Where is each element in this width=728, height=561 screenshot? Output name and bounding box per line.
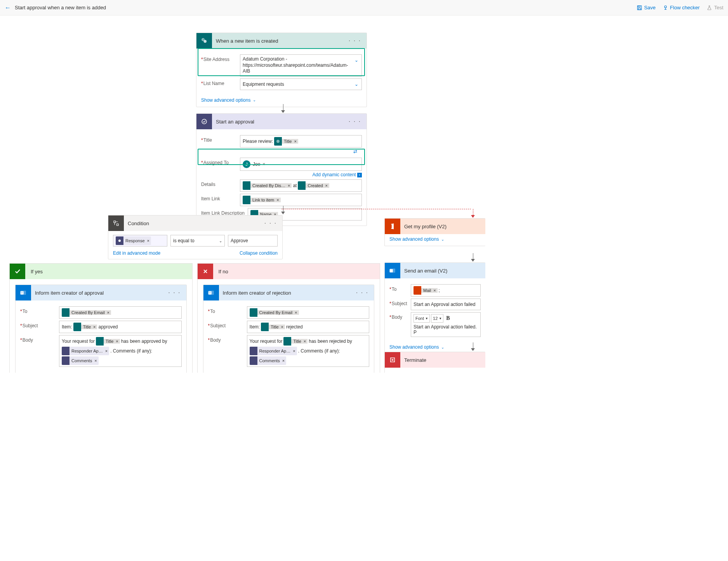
approval-title: Start an approval [216,119,347,125]
flow-checker-icon [663,5,668,10]
svg-point-8 [276,140,280,143]
assigned-to-label: *Assigned To [201,158,240,165]
token-response[interactable]: Response× [116,236,151,245]
test-button[interactable]: Test [707,5,723,10]
token-created-by-email[interactable]: Created By Email× [250,308,299,317]
get-profile-header[interactable]: Get my profile (V2) [385,219,485,234]
send-email-header[interactable]: Send an email (V2) [385,263,485,278]
assigned-to-field[interactable]: JJoe× [240,158,362,171]
font-size-dropdown[interactable]: 12▼ [431,314,443,323]
details-field[interactable]: Created By Dis…× at Created× [240,179,362,192]
fail-connector-arrow [471,209,475,218]
email-body-field[interactable]: Font▼ 12▼ B Start an Approval action fai… [411,312,481,337]
token-title[interactable]: Title× [274,137,298,146]
svg-text:O: O [209,292,211,294]
trigger-menu[interactable]: · · · [347,37,363,44]
condition-left-operand[interactable]: Response× [113,235,167,247]
edit-advanced-mode-link[interactable]: Edit in advanced mode [113,250,160,256]
title-prefix-text: Please review: [243,139,273,144]
terminate-header[interactable]: Terminate [385,352,485,368]
token-link-to-item[interactable]: Link to item× [243,196,281,204]
add-dynamic-content-link[interactable]: Add dynamic content + [313,172,362,177]
condition-card: Condition · · · Response× is equal to⌄ A… [108,215,283,259]
token-title[interactable]: Title× [283,337,308,346]
flow-checker-button[interactable]: Flow checker [663,5,700,10]
token-title[interactable]: Title× [96,337,120,346]
branch-yes: If yes O Inform item creator of approval… [9,263,193,373]
terminate-card: Terminate *Status Succeeded [384,352,485,373]
yes-subject-field[interactable]: Item: Title× approved [59,321,182,333]
condition-operator-dropdown[interactable]: is equal to⌄ [170,235,225,247]
yes-to-field[interactable]: Created By Email× [59,306,182,319]
trigger-header[interactable]: S When a new item is created · · · [196,33,367,49]
token-title[interactable]: Title× [73,323,97,331]
no-advanced-toggle[interactable]: Show advanced options⌄ [203,372,374,373]
condition-menu[interactable]: · · · [263,220,278,227]
save-button[interactable]: Save [637,5,656,10]
no-body-field[interactable]: Your request for Title× has been rejecte… [247,335,370,367]
inform-rejection-title: Inform item creator of rejection [223,290,354,296]
inform-rejection-header[interactable]: O Inform item creator of rejection · · · [203,285,374,300]
yes-advanced-toggle[interactable]: Show advanced options⌄ [16,372,186,373]
email-to-field[interactable]: Mail×; [411,284,481,297]
site-address-dropdown[interactable]: Adatum Corporation - https://microsofteu… [240,54,362,76]
details-label: Details [201,179,240,187]
token-title[interactable]: Title× [261,323,285,331]
condition-title: Condition [128,221,263,226]
chevron-down-icon: ⌄ [354,57,358,64]
token-created[interactable]: Created× [298,181,329,190]
svg-point-11 [118,240,121,242]
inform-rejection-menu[interactable]: · · · [354,289,370,296]
connector-arrow [471,253,475,262]
token-remove[interactable]: × [293,139,298,144]
token-responder[interactable]: Responder Ap…× [62,347,109,355]
condition-right-operand[interactable]: Approve [228,235,278,247]
test-label: Test [714,5,723,10]
bold-button[interactable]: B [445,315,451,321]
token-mail[interactable]: Mail× [414,286,438,295]
yes-body-field[interactable]: Your request for Title× has been approve… [59,335,182,367]
font-family-dropdown[interactable]: Font▼ [414,314,430,323]
office-icon [385,219,400,234]
back-arrow-icon[interactable]: ← [5,4,11,11]
token-created-by-email[interactable]: Created By Email× [62,308,111,317]
profile-advanced-toggle[interactable]: Show advanced options⌄ [385,234,485,246]
connector-arrow [281,104,285,113]
svg-rect-9 [114,221,116,223]
inform-approval-menu[interactable]: · · · [167,289,182,296]
token-responder[interactable]: Responder Ap…× [250,347,297,355]
no-subject-field[interactable]: Item: Title× rejected [247,321,370,333]
approval-title-field[interactable]: Please review: Title× [240,135,362,148]
svg-text:O: O [21,292,23,294]
send-email-card: Send an email (V2) *To Mail×; *Subject S… [384,262,485,354]
approval-icon [196,114,212,129]
check-icon [10,264,25,279]
item-link-field[interactable]: Link to item× [240,194,362,206]
approval-menu[interactable]: · · · [347,118,363,125]
token-comments[interactable]: Comments× [250,356,287,365]
flow-title: Start approval when a new item is added [15,5,106,10]
swap-connection-icon[interactable]: ⇄ [353,149,357,154]
svg-rect-2 [638,8,641,9]
branches: If yes O Inform item creator of approval… [9,263,380,373]
token-created-by-display[interactable]: Created By Dis…× [243,181,292,190]
inform-approval-header[interactable]: O Inform item creator of approval · · · [16,285,186,300]
email-subject-field[interactable]: Start an Approval action failed [411,299,481,310]
remove-assignee[interactable]: × [262,162,265,167]
inform-approval-card: O Inform item creator of approval · · · … [15,285,187,373]
assignee-pill[interactable]: JJoe× [243,160,265,169]
token-comments[interactable]: Comments× [62,356,99,365]
condition-header[interactable]: Condition · · · [108,215,282,231]
svg-rect-1 [638,5,640,7]
list-name-dropdown[interactable]: Equipment requests⌄ [240,78,362,90]
approval-header[interactable]: Start an approval · · · [196,114,367,129]
avatar: J [243,160,250,168]
fail-branch-horizontal [281,209,471,209]
item-link-desc-label: Item Link Description [201,208,248,216]
collapse-condition-link[interactable]: Collapse condition [240,250,278,256]
site-address-label: *Site Address [201,54,240,62]
get-profile-title: Get my profile (V2) [404,224,481,229]
svg-point-5 [204,40,207,43]
branch-no-label: If no [219,269,228,274]
no-to-field[interactable]: Created By Email× [247,306,370,319]
